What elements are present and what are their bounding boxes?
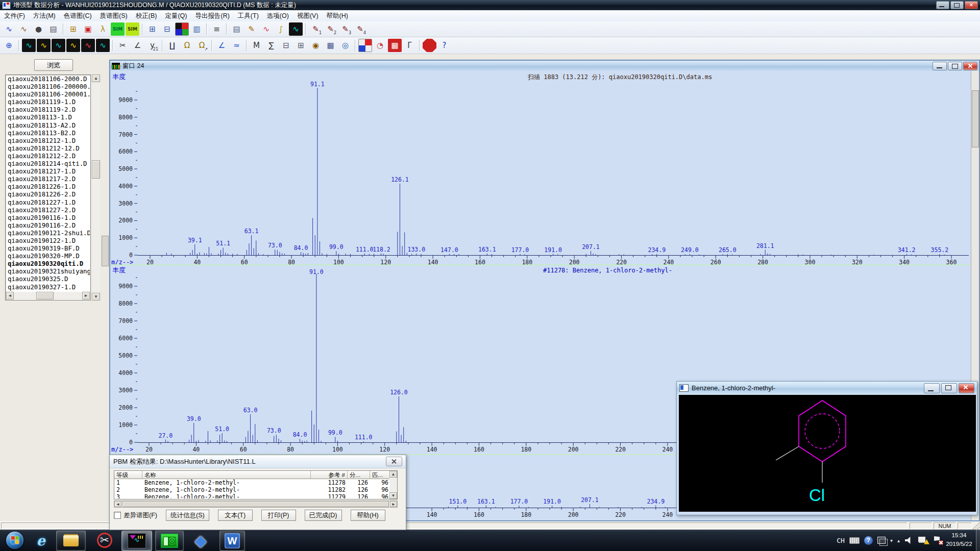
list-item[interactable]: qiaoxu20181214-qiti.D xyxy=(6,160,90,168)
file-list-vscrollbar[interactable]: ▲ ▼ xyxy=(92,74,100,300)
pbm-hscroll-thumb[interactable] xyxy=(122,501,389,507)
pbm-column-header[interactable]: 名称 xyxy=(142,471,311,479)
save-window-icon[interactable]: ⊞ xyxy=(66,22,80,36)
explorer-icon[interactable] xyxy=(56,531,86,551)
menu-item-6[interactable]: 导出报告(R) xyxy=(191,11,233,21)
cascade-windows-icon[interactable]: ▥ xyxy=(190,22,204,36)
spectrum-panel-4-icon[interactable]: ∿ xyxy=(66,39,80,52)
taskbar-clock[interactable]: 15:34 2019/5/22 xyxy=(943,531,975,548)
action-center-icon[interactable] xyxy=(933,536,942,544)
navigate-compass-icon[interactable]: ⊕ xyxy=(2,39,16,52)
scroll-left-icon[interactable]: ◄ xyxy=(114,501,121,507)
list-item[interactable]: qiaoxu20181227-1.D xyxy=(6,199,90,207)
integrate-peaks-icon[interactable]: ∐ xyxy=(165,39,179,52)
report-search-icon[interactable]: ◎ xyxy=(338,39,352,52)
tiles-red-icon[interactable] xyxy=(358,39,372,52)
annotate-note-icon[interactable]: ≡ xyxy=(210,22,224,36)
spectrum-close-button[interactable] xyxy=(963,62,977,70)
calibrate-curve-icon[interactable]: ≈ xyxy=(230,39,243,52)
corner-ruler-icon[interactable]: Γ xyxy=(403,39,416,52)
structure-close-button[interactable] xyxy=(959,383,974,393)
list-item[interactable]: qiaoxu20181212-2.D xyxy=(6,153,90,160)
list-item[interactable]: qiaoxu20190321shuiyang.D xyxy=(6,268,90,276)
pbm-button-0[interactable]: 统计信息(S) xyxy=(166,510,209,521)
spectrum-lock-icon[interactable]: ∫ xyxy=(274,22,288,36)
file-list-hscrollbar[interactable]: ◄ ► xyxy=(6,292,90,299)
volume-icon[interactable] xyxy=(904,536,914,544)
scroll-down-icon[interactable]: ▼ xyxy=(389,492,397,499)
list-item[interactable]: qiaoxu20190116-2.D xyxy=(6,222,90,230)
axis-tool-icon[interactable]: ∠ xyxy=(131,39,144,52)
open-chromatogram-icon[interactable]: ∿ xyxy=(2,22,16,36)
minimize-button[interactable] xyxy=(936,1,949,9)
hscroll-thumb[interactable] xyxy=(36,292,54,299)
save-disk-icon[interactable]: ▣ xyxy=(81,22,95,36)
spectrum-panel-1-icon[interactable]: ∿ xyxy=(22,39,36,52)
list-item[interactable]: qiaoxu20181106-2000.D xyxy=(6,76,90,83)
pbm-close-icon[interactable] xyxy=(386,457,402,466)
list-item[interactable]: qiaoxu2018113-B2.D xyxy=(6,130,90,137)
show-desktop-button[interactable] xyxy=(976,530,980,551)
pane-splitter[interactable] xyxy=(102,236,109,266)
y21-tool-icon[interactable]: y21 xyxy=(145,39,159,52)
instrument-control-icon[interactable] xyxy=(155,531,184,551)
pbm-table-vscrollbar[interactable]: ▲ ▼ xyxy=(389,471,397,499)
close-button[interactable]: × xyxy=(965,1,978,9)
calculator-icon[interactable]: ▦ xyxy=(324,39,337,52)
pbm-table-hscrollbar[interactable]: ◄ ► xyxy=(114,500,398,508)
list-item[interactable]: qiaoxu2018113-1.D xyxy=(6,114,90,121)
contact-card-icon[interactable]: ▤ xyxy=(230,22,243,36)
pbm-result-row[interactable]: 1Benzene, 1-chloro-2-methyl-1127812696 xyxy=(114,479,397,486)
scroll-left-icon[interactable]: ◄ xyxy=(6,292,14,299)
list-item[interactable]: qiaoxu20190319-BF.D xyxy=(6,245,90,253)
printer-icon[interactable]: ▤ xyxy=(46,22,60,36)
spectrum-panel-3-icon[interactable]: ∿ xyxy=(52,39,65,52)
scroll-up-icon[interactable]: ▲ xyxy=(92,74,100,82)
balance-export-icon[interactable]: Ω↗ xyxy=(195,39,209,52)
window-switch-icon[interactable] xyxy=(877,537,886,544)
list-item[interactable]: qiaoxu20181106-200001.D xyxy=(6,91,90,98)
help-question-icon[interactable]: ? xyxy=(437,39,451,52)
structure-window-titlebar[interactable]: Benzene, 1-chloro-2-methyl- xyxy=(677,382,977,394)
pbm-column-header[interactable]: 等级 xyxy=(114,471,142,479)
run-macro-icon[interactable]: λ xyxy=(96,22,110,36)
spectrum-minimize-button[interactable] xyxy=(933,62,947,70)
ie-icon[interactable]: e xyxy=(30,531,52,550)
browse-button[interactable]: 浏览 xyxy=(34,59,73,71)
pbm-result-row[interactable]: 3Benzene, 1-chloro-2-methyl-1127912696 xyxy=(114,493,397,498)
open-datafile-icon[interactable]: ∿ xyxy=(17,22,31,36)
menu-item-4[interactable]: 校正(B) xyxy=(132,11,161,21)
pbm-column-header[interactable]: 分... xyxy=(348,471,370,479)
scroll-down-icon[interactable]: ▼ xyxy=(92,293,100,300)
balance-icon[interactable]: Ω xyxy=(180,39,194,52)
list-item[interactable]: qiaoxu20181226-2.D xyxy=(6,191,90,198)
copy-icon[interactable]: ⊞ xyxy=(145,22,159,36)
list-item[interactable]: qiaoxu20181217-2.D xyxy=(6,176,90,183)
pen-4-icon[interactable]: ✎4 xyxy=(353,22,367,36)
stop-icon[interactable] xyxy=(423,39,436,52)
sim-edit-icon[interactable]: SIM xyxy=(126,22,139,36)
list-item[interactable]: qiaoxu20190122-1.D xyxy=(6,237,90,245)
dark-spectrum-icon[interactable]: ∿ xyxy=(289,22,303,36)
tile-colors-icon[interactable] xyxy=(175,22,189,36)
pbm-button-3[interactable]: 已完成(D) xyxy=(305,510,342,521)
menu-item-1[interactable]: 方法(M) xyxy=(29,11,60,21)
calibrate-line-icon[interactable]: ∠ xyxy=(215,39,229,52)
list-item[interactable]: qiaoxu20181217-1.D xyxy=(6,168,90,176)
pbm-column-header[interactable]: 匹... xyxy=(370,471,390,479)
start-button[interactable] xyxy=(4,531,26,550)
list-item[interactable]: qiaoxu20181119-1.D xyxy=(6,98,90,106)
sum-icon[interactable]: ∑ xyxy=(264,39,278,52)
pbm-dialog-titlebar[interactable]: PBM 检索结果: D:\MassHunter\Library\NIST11.L xyxy=(110,455,406,468)
spectrum-panel-6-icon[interactable]: ∿ xyxy=(96,39,110,52)
pbm-button-4[interactable]: 帮助(H) xyxy=(351,510,385,521)
snapshot-camera-icon[interactable]: ● xyxy=(32,22,45,36)
spectrum-window-titlebar[interactable]: 窗口 24 xyxy=(110,61,979,71)
data-analysis-icon[interactable]: ∿ xyxy=(121,531,152,551)
quant-m-icon[interactable]: M xyxy=(250,39,263,52)
word-icon[interactable]: W xyxy=(219,531,245,551)
scroll-up-icon[interactable]: ▲ xyxy=(389,471,397,478)
pen-3-icon[interactable]: ✎3 xyxy=(338,22,352,36)
spectrum-panel-5-icon[interactable]: ∿ xyxy=(81,39,95,52)
gauge-icon[interactable]: ◔ xyxy=(373,39,387,52)
